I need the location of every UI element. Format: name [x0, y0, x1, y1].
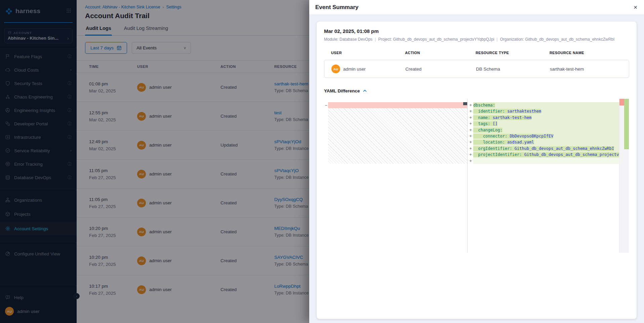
yaml-value: sarthak-test-hem: [490, 115, 532, 120]
event-table-row: AUadmin user Created DB Schema sarthak-t…: [324, 60, 629, 78]
diff-pane-divider[interactable]: [467, 99, 468, 253]
yaml-key: orgIdentifier:: [473, 146, 512, 151]
yaml-diff-viewer: − + + + + + + + +: [324, 99, 629, 253]
yaml-value: asdsad.yaml: [505, 140, 534, 145]
close-icon[interactable]: ×: [634, 4, 637, 10]
diff-added-line: location: asdsad.yaml: [473, 139, 619, 145]
diff-added-line: [473, 158, 619, 164]
diff-ruler-removed: [619, 99, 624, 106]
diff-added-line: projectIdentifier: Github_db_devops_aut_…: [473, 152, 619, 158]
yaml-key: name:: [473, 115, 490, 120]
screen: harness ACCOUNT Abhinav - Kitchen Sin...…: [0, 0, 644, 323]
yaml-value: []: [490, 121, 498, 126]
added-marker: +: [468, 115, 473, 121]
yaml-key: identifier:: [473, 109, 505, 114]
event-resource-name: sarthak-test-hem: [550, 67, 629, 72]
event-organization: Organization: Github_db_devops_aut_db_sc…: [500, 37, 614, 42]
diff-added-line: changeLog:: [473, 127, 619, 133]
yaml-key: changeLog:: [473, 128, 502, 132]
column-header-user: USER: [331, 51, 405, 55]
removed-marker: −: [325, 103, 327, 108]
diff-left-gutter: −: [324, 99, 328, 253]
yaml-value: Github_db_devops_aut_db_schema_ehnkcZwRb…: [512, 146, 614, 151]
yaml-key: location:: [473, 140, 505, 145]
avatar: AU: [331, 65, 340, 73]
yaml-value: Github_db_devops_aut_db_schema_projectvY…: [522, 152, 619, 157]
added-marker: +: [468, 146, 473, 152]
diff-added-line: tags: []: [473, 121, 619, 127]
yaml-value: sarthaktesthem: [505, 109, 541, 114]
diff-removed-line: [328, 102, 467, 108]
diff-empty-hatch: [328, 108, 467, 164]
diff-original-pane: [328, 99, 467, 253]
yaml-difference-label: YAML Difference: [324, 88, 360, 93]
event-table-header: USER ACTION RESOURCE TYPE RESOURCE NAME: [324, 51, 629, 55]
added-marker: +: [468, 121, 473, 127]
added-marker: +: [468, 102, 473, 108]
drawer-title: Event Summary: [315, 4, 359, 11]
yaml-key: projectIdentifier:: [473, 152, 522, 157]
chevron-up-icon: [363, 89, 367, 93]
yaml-value: DbDevopsoBKpcpIfEV: [507, 134, 553, 138]
event-summary-card: Mar 02, 2025, 01:08 pm Module: Database …: [317, 22, 637, 319]
diff-modified-pane: dbschema: identifier: sarthaktesthem nam…: [473, 99, 619, 253]
diff-added-line: name: sarthak-test-hem: [473, 115, 619, 121]
diff-added-line: identifier: sarthaktesthem: [473, 108, 619, 114]
yaml-key: dbschema:: [473, 103, 495, 108]
event-timestamp: Mar 02, 2025, 01:08 pm: [324, 28, 629, 34]
yaml-key: tags:: [473, 121, 490, 126]
meta-separator: |: [375, 37, 376, 42]
event-meta: Module: Database DevOps|Project: Github_…: [324, 37, 629, 42]
diff-corner-marker: [463, 102, 467, 105]
event-module: Module: Database DevOps: [324, 37, 372, 42]
added-marker: +: [468, 127, 473, 133]
event-user: admin user: [343, 67, 366, 72]
diff-added-line: dbschema:: [473, 102, 619, 108]
event-action: Created: [405, 67, 476, 72]
diff-added-line: orgIdentifier: Github_db_devops_aut_db_s…: [473, 146, 619, 152]
diff-added-line: connector: DbDevopsoBKpcpIfEV: [473, 133, 619, 139]
diff-right-gutter: + + + + + + + + + +: [468, 99, 473, 253]
added-marker: +: [468, 133, 473, 139]
added-marker: +: [468, 108, 473, 114]
column-header-resource-name: RESOURCE NAME: [550, 51, 629, 55]
drawer-body: Mar 02, 2025, 01:08 pm Module: Database …: [309, 15, 644, 323]
added-marker: +: [468, 158, 473, 164]
event-resource-type: DB Schema: [476, 67, 550, 72]
yaml-key: connector:: [473, 134, 507, 138]
column-header-action: ACTION: [405, 51, 476, 55]
column-header-resource-type: RESOURCE TYPE: [476, 51, 550, 55]
added-marker: +: [468, 139, 473, 145]
diff-ruler-added: [624, 99, 629, 149]
meta-separator: |: [496, 37, 497, 42]
yaml-difference-toggle[interactable]: YAML Difference: [324, 88, 629, 93]
drawer-header: Event Summary ×: [309, 0, 644, 15]
event-project: Project: Github_db_devops_aut_db_schema_…: [378, 37, 494, 42]
added-marker: +: [468, 152, 473, 158]
event-summary-drawer: Event Summary × Mar 02, 2025, 01:08 pm M…: [309, 0, 644, 323]
